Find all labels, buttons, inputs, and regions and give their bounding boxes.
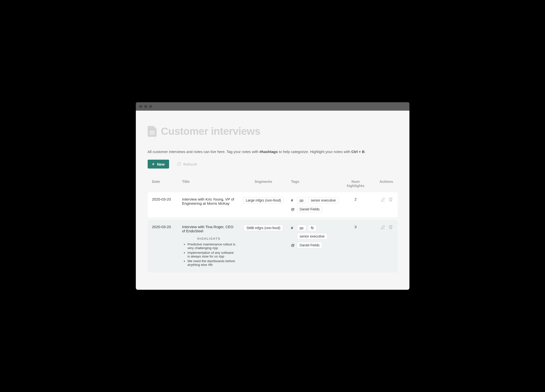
cell-tags: #ppsenior executive@Daniel Fields [291, 197, 340, 212]
page-content: Customer interviews All customer intervi… [136, 111, 409, 290]
page-header: Customer interviews [148, 125, 398, 137]
cell-title: Interview with Tina Roger, CEO of EndoSt… [182, 225, 236, 268]
col-date: Date [152, 179, 179, 188]
refresh-button[interactable]: Refresh [177, 162, 197, 166]
mention-pill[interactable]: Daniel Fields [297, 242, 322, 248]
mention-symbol: @ [291, 242, 295, 247]
window-dot [139, 105, 142, 108]
col-tags: Tags [291, 179, 340, 188]
highlight-item: Predictive maintenance rollout is very c… [188, 242, 236, 250]
cell-title: Interview with Kris Young, VP of Enginee… [182, 197, 236, 205]
trash-icon[interactable] [388, 197, 393, 202]
cell-date: 2020-03-20 [152, 197, 179, 201]
hashtag-symbol: # [291, 225, 295, 230]
cell-segments: SMB mfgrs (non-food) [239, 225, 288, 231]
edit-icon[interactable] [380, 225, 385, 230]
desc-shortcut: Ctrl + B [351, 150, 365, 154]
desc-text: to help categorize. Highlight your notes… [278, 150, 352, 154]
highlight-item: Implementation of any software is always… [188, 251, 236, 258]
col-title: Title [182, 179, 236, 188]
page-description: All customer interviews and notes can li… [148, 150, 398, 154]
highlights-heading: HIGHLIGHTS [182, 237, 236, 240]
hashtag-symbol: # [291, 197, 295, 202]
hashtag-pill[interactable]: pp [297, 197, 306, 204]
edit-icon[interactable] [380, 197, 385, 202]
window-dot [149, 105, 152, 108]
desc-text: All customer interviews and notes can li… [148, 150, 260, 154]
table-row[interactable]: 2020-03-20Interview with Kris Young, VP … [148, 192, 398, 217]
cell-num-highlights: 2 [343, 197, 368, 201]
plus-icon: + [152, 162, 155, 166]
interview-title: Interview with Kris Young, VP of Enginee… [182, 197, 236, 205]
new-button-label: New [157, 162, 165, 166]
col-num-highlights: Num highlights [343, 179, 368, 188]
trash-icon[interactable] [388, 225, 393, 230]
cell-actions [371, 225, 393, 230]
mention-pill[interactable]: Daniel Fields [297, 206, 322, 212]
interviews-table: Date Title Segments Tags Num highlights … [148, 177, 398, 273]
highlight-item: We need the dashboards before anything e… [188, 259, 236, 267]
titlebar [136, 102, 409, 111]
page-title: Customer interviews [161, 125, 261, 137]
interview-title: Interview with Tina Roger, CEO of EndoSt… [182, 225, 236, 233]
hashtag-pill[interactable]: pp [297, 225, 306, 231]
cell-actions [371, 197, 393, 202]
segment-pill[interactable]: Large mfgrs (non-food) [243, 197, 284, 204]
col-actions: Actions [371, 179, 393, 188]
refresh-button-label: Refresh [183, 162, 197, 166]
segment-pill[interactable]: SMB mfgrs (non-food) [244, 225, 283, 231]
highlights-list: Predictive maintenance rollout is very c… [182, 242, 236, 267]
desc-hashtags: #hashtags [260, 150, 278, 154]
cell-date: 2020-03-20 [152, 225, 179, 229]
document-icon [148, 126, 157, 137]
table-header: Date Title Segments Tags Num highlights … [148, 177, 398, 192]
browser-window: Customer interviews All customer intervi… [136, 102, 409, 290]
desc-text: . [365, 150, 366, 154]
col-segments: Segments [239, 179, 288, 188]
table-row[interactable]: 2020-03-20Interview with Tina Roger, CEO… [148, 220, 398, 273]
window-dot [144, 105, 147, 108]
hashtag-pill[interactable]: senior executive [308, 197, 338, 204]
refresh-icon [177, 162, 181, 166]
hashtag-pill[interactable]: fb [308, 225, 316, 231]
hashtag-pill[interactable]: senior executive [297, 233, 327, 239]
toolbar: + New Refresh [148, 160, 398, 169]
cell-segments: Large mfgrs (non-food) [239, 197, 288, 204]
cell-tags: #ppfbsenior executive@Daniel Fields [291, 225, 340, 248]
mention-symbol: @ [291, 206, 295, 211]
new-button[interactable]: + New [148, 160, 169, 169]
cell-num-highlights: 3 [343, 225, 368, 229]
